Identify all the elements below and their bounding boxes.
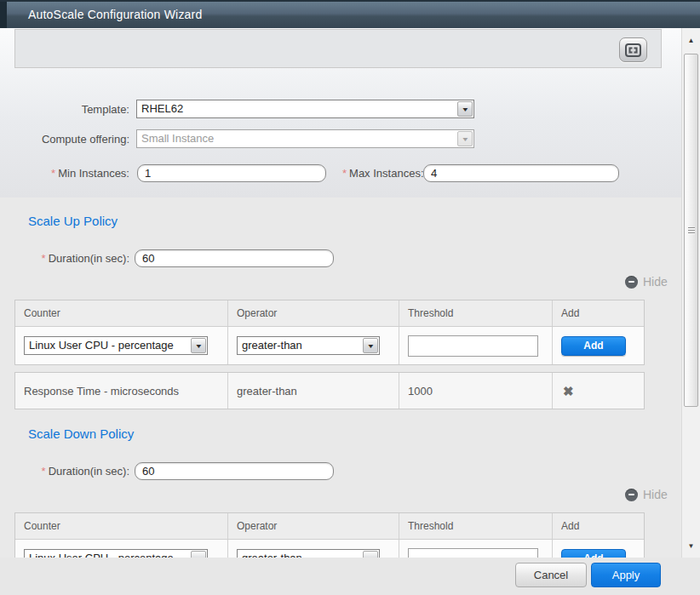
scale-up-hide-toggle[interactable]: Hide [625, 275, 668, 289]
operator-column-header: Operator [228, 300, 399, 326]
compute-offering-select: Small Instance ▼ [136, 129, 474, 148]
down-arrow-icon[interactable]: ▼ [682, 535, 700, 556]
scale-down-add-button[interactable]: Add [561, 549, 626, 558]
titlebar: AutoScale Configuration Wizard [0, 0, 700, 28]
chevron-down-icon: ▼ [457, 101, 473, 117]
operator-column-header: Operator [228, 513, 399, 539]
threshold-column-header: Threshold [399, 513, 553, 539]
chevron-down-icon: ▼ [191, 551, 206, 558]
table-header-row: Counter Operator Threshold Add [15, 513, 644, 540]
scale-down-duration-label: *Duration(in sec): [0, 465, 129, 478]
apply-button[interactable]: Apply [591, 563, 661, 587]
counter-column-header: Counter [15, 513, 228, 539]
add-column-header: Add [553, 513, 644, 539]
required-asterisk: * [42, 465, 46, 478]
table-editor-row: Linux User CPU - percentage ▼ greater-th… [15, 327, 644, 364]
delete-rule-x-icon[interactable]: ✖ [563, 385, 574, 398]
up-arrow-icon[interactable]: ▲ [682, 30, 700, 50]
template-label: Template: [0, 103, 129, 116]
add-column-header: Add [553, 300, 644, 326]
scale-down-condition-table: Counter Operator Threshold Add Linux Use… [14, 512, 645, 558]
scale-up-counter-select[interactable]: Linux User CPU - percentage ▼ [24, 336, 208, 355]
hide-label: Hide [643, 488, 668, 501]
chevron-down-icon: ▼ [191, 338, 206, 353]
scale-down-threshold-input[interactable] [408, 548, 538, 558]
vertical-scrollbar: ▲ ▼ [681, 28, 700, 558]
scale-down-duration-input[interactable] [135, 462, 334, 480]
scroll-viewport: Template: RHEL62 ▼ Compute offering: Sma… [0, 28, 681, 558]
compute-offering-select-value: Small Instance [137, 130, 456, 147]
scale-down-hide-toggle[interactable]: Hide [625, 488, 668, 501]
chevron-down-icon: ▼ [363, 338, 378, 353]
template-select-value: RHEL62 [137, 100, 456, 117]
saved-operator-value: greater-than [228, 373, 399, 409]
scale-up-duration-input[interactable] [135, 249, 334, 267]
compute-offering-label: Compute offering: [0, 133, 129, 146]
max-instances-label: *Max Instances: [342, 167, 416, 180]
scale-up-saved-rule-table: Response Time - microseconds greater-tha… [14, 372, 645, 409]
scale-up-policy-heading: Scale Up Policy [28, 214, 118, 228]
scrollbar-thumb[interactable] [684, 54, 698, 407]
counter-column-header: Counter [15, 300, 228, 326]
scale-up-add-button[interactable]: Add [561, 336, 626, 356]
dialog-title: AutoScale Configuration Wizard [28, 2, 202, 28]
min-instances-label: *Min Instances: [0, 167, 129, 180]
scale-down-counter-select[interactable]: Linux User CPU - percentage ▼ [24, 549, 208, 558]
threshold-column-header: Threshold [399, 300, 553, 326]
required-asterisk: * [51, 167, 55, 180]
table-header-row: Counter Operator Threshold Add [15, 300, 644, 327]
scale-up-operator-select[interactable]: greater-than ▼ [237, 336, 380, 355]
saved-counter-value: Response Time - microseconds [15, 373, 228, 409]
minus-circle-icon [625, 489, 638, 501]
max-instances-input[interactable] [423, 164, 619, 182]
hide-label: Hide [643, 275, 668, 289]
scale-down-operator-select[interactable]: greater-than ▼ [237, 549, 380, 558]
scale-up-condition-table: Counter Operator Threshold Add Linux Use… [14, 300, 645, 365]
scale-up-threshold-input[interactable] [408, 335, 538, 357]
saved-rule-row: Response Time - microseconds greater-tha… [15, 373, 644, 409]
saved-threshold-value: 1000 [399, 373, 553, 409]
table-editor-row: Linux User CPU - percentage ▼ greater-th… [15, 540, 644, 558]
expand-view-button[interactable] [619, 37, 647, 62]
template-select[interactable]: RHEL62 ▼ [136, 100, 474, 118]
scale-down-policy-heading: Scale Down Policy [28, 426, 134, 441]
required-asterisk: * [42, 252, 46, 265]
required-asterisk: * [342, 167, 347, 180]
titlebar-edge [0, 2, 7, 30]
autoscale-wizard-dialog: AutoScale Configuration Wizard Template:… [0, 0, 700, 595]
cancel-button[interactable]: Cancel [515, 563, 587, 587]
chevron-down-icon: ▼ [363, 551, 378, 558]
min-instances-input[interactable] [137, 164, 326, 182]
scrollbar-grip [688, 227, 695, 234]
scale-up-duration-label: *Duration(in sec): [0, 252, 129, 265]
top-panel [14, 29, 662, 68]
dialog-footer: Cancel Apply [0, 558, 700, 595]
expand-view-icon [625, 43, 641, 57]
minus-circle-icon [625, 276, 638, 289]
chevron-down-icon: ▼ [457, 131, 473, 146]
